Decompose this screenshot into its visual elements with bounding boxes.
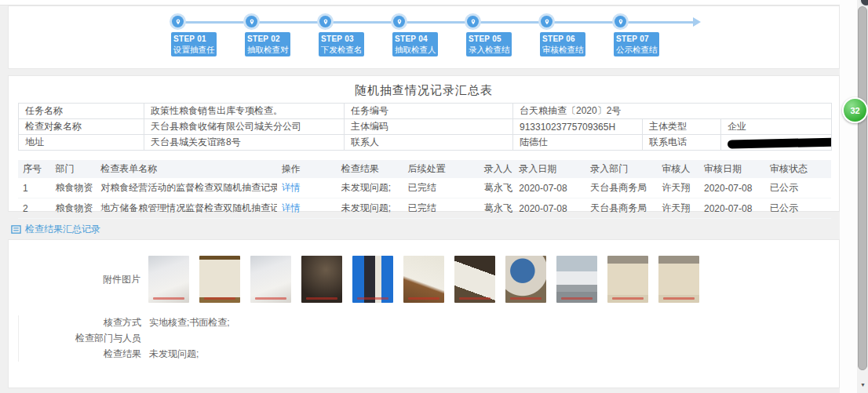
attachment-thumbnail[interactable]: [301, 256, 342, 303]
attachment-thumbnail[interactable]: [250, 256, 291, 303]
table-cell: 地方储备粮管理情况监督检查双随机抽查记录表: [96, 198, 277, 219]
info-value-phone: [721, 135, 832, 151]
step-box: STEP 03下发检查名: [319, 32, 364, 56]
table-cell: 已公示: [765, 198, 831, 219]
table-cell: 2: [18, 198, 50, 219]
attachment-thumbnail[interactable]: [403, 256, 444, 303]
info-label: 任务名称: [19, 104, 144, 119]
column-header: 后续处置: [403, 160, 480, 178]
info-label: 检查对象名称: [19, 119, 144, 135]
field-label: 核查方式: [19, 315, 141, 330]
info-label: 联系人: [345, 135, 513, 151]
map-pin-icon: [615, 16, 626, 27]
column-header: 录入部门: [585, 160, 657, 178]
column-header: 录入日期: [514, 160, 585, 178]
attachment-thumbnail[interactable]: [352, 256, 393, 303]
step-item-2: STEP 02抽取检查对: [245, 6, 290, 61]
column-header: 审核人: [657, 160, 699, 178]
info-value: 政策性粮食销售出库专项检查。: [144, 104, 345, 119]
table-cell: 2020-07-08: [699, 198, 765, 219]
column-header: 审核状态: [765, 160, 831, 178]
table-cell: 粮食物资: [50, 178, 96, 198]
table-cell: 许天翔: [657, 178, 699, 198]
records-header-row: 序号部门检查表单名称操作检查结果后续处置录入人录入日期录入部门审核人审核日期审核…: [18, 160, 831, 178]
floating-green-badge[interactable]: 32: [842, 97, 868, 123]
detail-link[interactable]: 详情: [282, 182, 301, 193]
table-cell: 天台县商务局: [585, 178, 657, 198]
step-label: 抽取检查人: [395, 44, 436, 56]
attachment-thumbnail[interactable]: [505, 256, 546, 303]
page-title: 随机抽查情况记录汇总表: [9, 76, 839, 98]
info-value: 企业: [721, 119, 832, 135]
field-label: 检查部门与人员: [19, 331, 141, 346]
info-label: 主体编码: [345, 119, 513, 135]
step-box: STEP 06审核检查结: [540, 32, 585, 56]
table-row: 1粮食物资对粮食经营活动的监督检查双随机抽查记录表详情未发现问题;已完结葛永飞2…: [18, 178, 831, 198]
column-header: 序号: [18, 160, 50, 178]
inspection-records-table: 序号部门检查表单名称操作检查结果后续处置录入人录入日期录入部门审核人审核日期审核…: [18, 160, 831, 219]
table-cell: 已完结: [403, 198, 480, 219]
attachment-thumbnail[interactable]: [607, 256, 648, 303]
step-box: STEP 07公示检查结: [614, 32, 659, 56]
step-flow-card: STEP 01设置抽查任STEP 02抽取检查对STEP 03下发检查名STEP…: [8, 5, 840, 69]
info-row: 检查对象名称 天台县粮食收储有限公司城关分公司 主体编码 91331023775…: [19, 119, 832, 135]
table-cell: 2020-07-08: [514, 198, 585, 219]
step-number: STEP 05: [469, 34, 509, 44]
info-value: 91331023775709365H: [513, 119, 643, 135]
step-box: STEP 02抽取检查对: [245, 32, 290, 56]
step-number: STEP 02: [247, 34, 288, 44]
step-label: 设置抽查任: [173, 44, 214, 56]
info-label: 地址: [19, 135, 144, 151]
map-pin-icon: [467, 16, 479, 27]
table-cell: 1: [18, 178, 50, 198]
field-value: 实地核查;书面检查;: [149, 315, 230, 330]
info-value: 天台县粮食收储有限公司城关分公司: [144, 119, 345, 135]
table-cell: 已完结: [403, 178, 480, 198]
step-number: STEP 04: [395, 34, 436, 44]
column-header: 检查结果: [337, 160, 403, 178]
info-value: 台天粮抽查〔2020〕2号: [513, 104, 832, 119]
table-cell: 粮食物资: [50, 198, 96, 219]
step-label: 下发检查名: [321, 44, 362, 56]
column-header: 部门: [50, 160, 96, 178]
step-label: 抽取检查对: [247, 44, 288, 56]
info-value: 天台县城关友谊路8号: [144, 135, 345, 151]
table-cell: 葛永飞: [480, 178, 515, 198]
summary-card: 随机抽查情况记录汇总表 任务名称 政策性粮食销售出库专项检查。 任务编号 台天粮…: [8, 75, 840, 212]
attachments-card: 附件图片 核查方式 实地核查;书面检查; 检查部门与人员 检查结果 未发现问题;: [8, 239, 840, 388]
result-fields: 核查方式 实地核查;书面检查; 检查部门与人员 检查结果 未发现问题;: [18, 315, 839, 362]
attachment-thumbnail[interactable]: [556, 256, 597, 303]
table-cell: 详情: [277, 178, 337, 198]
step-item-7: STEP 07公示检查结: [614, 6, 659, 61]
attachments-label: 附件图片: [18, 273, 140, 286]
field-label: 检查结果: [19, 347, 141, 362]
table-cell: 许天翔: [657, 198, 699, 219]
step-number: STEP 06: [542, 34, 583, 44]
attachment-thumbnail[interactable]: [148, 256, 189, 303]
field-row: 检查部门与人员: [19, 331, 839, 346]
map-pin-icon: [393, 16, 405, 27]
scrollbar-thumb[interactable]: [858, 6, 867, 370]
list-form-icon: [11, 224, 21, 235]
table-cell: 对粮食经营活动的监督检查双随机抽查记录表: [96, 178, 277, 198]
step-box: STEP 04抽取检查人: [392, 32, 438, 56]
section-title: 检查结果汇总记录: [25, 223, 100, 236]
step-item-5: STEP 05录入检查结: [466, 6, 512, 61]
attachment-thumbnail[interactable]: [454, 256, 495, 303]
step-number: STEP 07: [616, 34, 657, 44]
table-cell: 2020-07-08: [514, 178, 585, 198]
info-label: 任务编号: [345, 104, 513, 119]
flow-arrow-icon: [693, 17, 701, 27]
table-cell: 详情: [277, 198, 337, 219]
table-row: 2粮食物资地方储备粮管理情况监督检查双随机抽查记录表详情未发现问题;已完结葛永飞…: [18, 198, 831, 219]
column-header: 操作: [277, 160, 337, 178]
detail-link[interactable]: 详情: [282, 202, 301, 213]
attachment-thumbnail[interactable]: [199, 256, 240, 303]
top-strip: [0, 0, 868, 5]
table-cell: 2020-07-08: [699, 178, 765, 198]
scroll-down-arrow-icon[interactable]: ▼: [860, 382, 866, 388]
info-row: 地址 天台县城关友谊路8号 联系人 陆德仕 联系电话: [19, 135, 832, 151]
attachment-thumbnail[interactable]: [658, 256, 699, 303]
info-label: 主体类型: [643, 119, 721, 135]
step-item-3: STEP 03下发检查名: [319, 6, 364, 61]
